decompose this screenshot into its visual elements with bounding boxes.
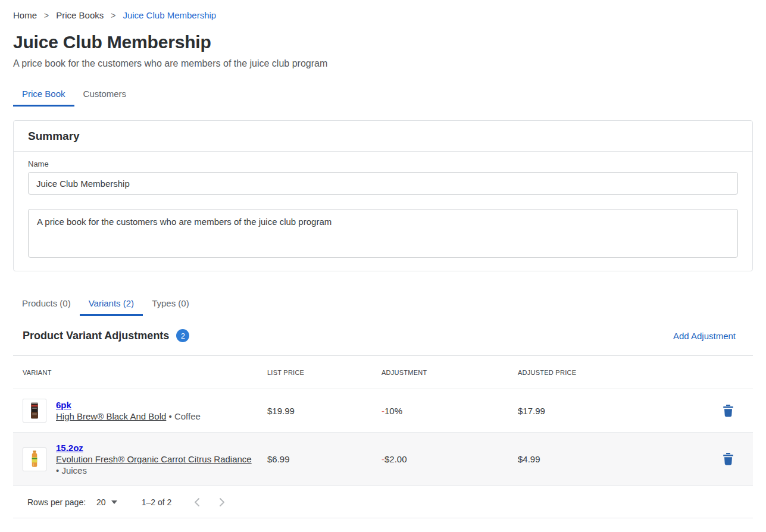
chevron-right-icon: [215, 496, 227, 508]
delete-adjustment-button[interactable]: [718, 449, 738, 470]
pagination-range: 1–2 of 2: [142, 497, 172, 507]
pager-buttons: [191, 496, 228, 509]
product-thumbnail: [23, 399, 46, 423]
page-subtitle: A price book for the customers who are m…: [13, 58, 753, 69]
category-label: • Coffee: [168, 411, 200, 421]
page-title: Juice Club Membership: [13, 32, 753, 53]
trash-icon: [723, 405, 734, 417]
tab-customers[interactable]: Customers: [74, 83, 136, 107]
list-price-value: $19.99: [267, 406, 382, 416]
adjustments-title: Product Variant Adjustments: [23, 330, 169, 342]
product-thumbnail: [23, 447, 46, 471]
add-adjustment-button[interactable]: Add Adjustment: [673, 331, 736, 341]
column-header-adjusted-price: ADJUSTED PRICE: [518, 369, 687, 376]
table-row: 6pk High Brew® Black And Bold • Coffee $…: [13, 389, 753, 432]
adjusted-price-value: $4.99: [518, 454, 687, 464]
product-link[interactable]: Evolution Fresh® Organic Carrot Citrus R…: [56, 454, 252, 464]
breadcrumb-item-home[interactable]: Home: [13, 10, 37, 20]
breadcrumb: Home > Price Books > Juice Club Membersh…: [13, 10, 753, 20]
name-input[interactable]: [28, 172, 738, 195]
top-tabs: Price Book Customers: [13, 83, 753, 107]
variant-info: 6pk High Brew® Black And Bold • Coffee: [56, 399, 201, 422]
list-price-value: $6.99: [267, 454, 382, 464]
adjusted-price-value: $17.99: [518, 406, 687, 416]
juice-bottle-image: [23, 447, 46, 471]
column-header-list-price: LIST PRICE: [267, 369, 382, 376]
actions-cell: [687, 400, 753, 421]
tab-price-book[interactable]: Price Book: [13, 83, 74, 107]
tab-products[interactable]: Products (0): [13, 293, 80, 316]
variant-cell: 6pk High Brew® Black And Bold • Coffee: [13, 399, 267, 423]
adjustments-count-badge: 2: [176, 329, 189, 342]
chevron-left-icon: [192, 496, 204, 508]
price-book-detail-page: Home > Price Books > Juice Club Membersh…: [0, 10, 766, 518]
pagination-bar: Rows per page: 20 1–2 of 2: [13, 486, 753, 518]
delete-adjustment-button[interactable]: [718, 400, 738, 421]
coffee-can-image: [23, 399, 46, 423]
summary-card-header: Summary: [14, 121, 752, 152]
rows-per-page-label: Rows per page:: [27, 497, 86, 507]
breadcrumb-separator: >: [44, 11, 49, 20]
sub-tabs: Products (0) Variants (2) Types (0): [13, 293, 753, 316]
name-field-label: Name: [28, 159, 738, 168]
summary-card-body: Name A price book for the customers who …: [14, 152, 752, 271]
variant-link[interactable]: 15.2oz: [56, 443, 83, 453]
breadcrumb-item-current[interactable]: Juice Club Membership: [123, 10, 216, 20]
adjustment-value: -10%: [382, 406, 518, 416]
product-link[interactable]: High Brew® Black And Bold: [56, 411, 166, 421]
category-label: • Juices: [56, 465, 252, 476]
table-row: 15.2oz Evolution Fresh® Organic Carrot C…: [13, 432, 753, 486]
variant-link[interactable]: 6pk: [56, 400, 71, 410]
breadcrumb-item-price-books[interactable]: Price Books: [56, 10, 104, 20]
previous-page-button[interactable]: [191, 496, 204, 509]
variant-cell: 15.2oz Evolution Fresh® Organic Carrot C…: [13, 442, 267, 476]
column-header-adjustment: ADJUSTMENT: [382, 369, 518, 376]
summary-card: Summary Name A price book for the custom…: [13, 120, 753, 271]
adjustments-table: VARIANT LIST PRICE ADJUSTMENT ADJUSTED P…: [13, 355, 753, 518]
table-header-row: VARIANT LIST PRICE ADJUSTMENT ADJUSTED P…: [13, 356, 753, 389]
description-textarea[interactable]: A price book for the customers who are m…: [28, 209, 738, 258]
chevron-down-icon: [111, 500, 117, 504]
variant-info: 15.2oz Evolution Fresh® Organic Carrot C…: [56, 442, 252, 476]
adjustments-section-header: Product Variant Adjustments 2 Add Adjust…: [13, 327, 753, 345]
actions-cell: [687, 449, 753, 470]
adjustment-value: -$2.00: [382, 454, 518, 464]
rows-per-page-select[interactable]: 20: [96, 497, 117, 507]
breadcrumb-separator: >: [111, 11, 115, 20]
next-page-button[interactable]: [215, 496, 228, 509]
rows-per-page-value: 20: [96, 497, 106, 507]
trash-icon: [723, 453, 734, 465]
tab-types[interactable]: Types (0): [143, 293, 198, 316]
column-header-variant: VARIANT: [13, 369, 267, 376]
summary-heading: Summary: [28, 130, 738, 143]
tab-variants[interactable]: Variants (2): [80, 293, 143, 316]
